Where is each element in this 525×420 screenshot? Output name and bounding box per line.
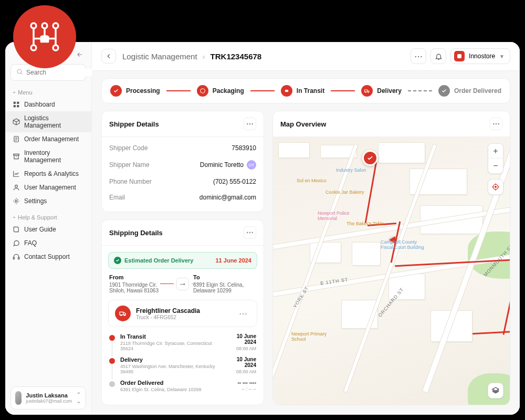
truck-icon [115,306,131,321]
more-button[interactable]: ⋯ [411,48,426,64]
grid-icon [13,101,20,108]
map-zoom-in-button[interactable]: + [488,144,503,159]
svg-rect-12 [14,154,19,155]
svg-point-1 [42,23,47,28]
shipper-code: 7583910 [232,144,256,152]
step-processing: Processing [110,85,160,97]
user-email: justinlak07@mail.com [26,398,72,404]
main-content: Logistic Management › TRK12345678 ⋯ Inno… [92,42,520,415]
svg-rect-8 [17,102,19,104]
svg-point-19 [365,92,366,93]
sidebar-item-orders[interactable]: Order Management [5,132,91,146]
sidebar-item-dashboard[interactable]: Dashboard [5,98,91,111]
to-addr2: Delaware 10299 [193,288,256,293]
sidebar-item-faq[interactable]: FAQ [5,236,91,250]
sidebar-item-contact[interactable]: Contact Support [5,250,91,264]
check-circle-icon [114,257,121,264]
svg-point-2 [53,23,58,28]
shipment-timeline: In Transit2118 Thornridge Cir. Syracuse,… [102,333,264,405]
vehicle-card: Freightliner Cascadia Truck - 4FRG652 ⋯ [108,300,257,327]
svg-rect-7 [14,102,16,104]
svg-point-0 [31,23,36,28]
sidebar-item-users[interactable]: User Management [5,181,91,194]
svg-rect-15 [13,257,14,259]
nav-label: User Guide [24,226,56,233]
map-poi: Industry Salon [336,167,366,173]
svg-point-14 [15,200,17,202]
svg-point-4 [53,45,58,50]
svg-point-20 [368,92,369,93]
nav-label: Dashboard [24,101,55,108]
box-icon [13,118,20,125]
help-section-header: Help & Support [5,212,91,223]
chevron-down-icon: ▼ [499,54,505,59]
timeline-item: Order Delivered6391 Elgin St. Celina, De… [109,380,256,397]
card-title: Shipping Details [109,229,163,237]
workspace-switcher[interactable]: Innostore ▼ [450,48,510,64]
from-addr2: Shiloh, Hawaii 81063 [109,288,172,293]
shipper-name: Dominic Toretto [200,161,244,169]
step-packaging: Packaging [197,85,244,97]
clipboard-icon [13,135,20,143]
to-label: To [193,274,256,280]
chart-icon [13,170,20,177]
notifications-button[interactable] [430,48,446,64]
menu-section-header: Menu [5,87,91,98]
check-icon [438,85,450,97]
svg-point-6 [17,69,22,74]
vehicle-more-button[interactable]: ⋯ [236,307,250,321]
shipper-phone: (702) 555-0122 [213,178,256,185]
sidebar-item-logistics[interactable]: Logistics Management [5,111,91,132]
route-direction-icon: → [176,278,189,290]
card-more-button[interactable]: ⋯ [244,226,256,239]
timeline-dot-icon [109,381,115,387]
user-name: Justin Laksana [26,392,72,398]
sidebar-collapse-button[interactable] [75,49,85,60]
timeline-dot-icon [109,358,115,364]
gear-icon [13,197,20,205]
back-button[interactable] [101,49,116,64]
nav-label: Contact Support [24,253,70,260]
map-poi: Newport Primary School [291,331,328,342]
map-overview-card: Map Overview ⋯ [272,111,510,405]
estimated-delivery-banner: Estimated Order Delivery 11 June 2024 [108,252,257,269]
user-card[interactable]: Justin Laksana justinlak07@mail.com ⌃⌄ [10,386,86,410]
map-destination-pin[interactable] [362,150,378,166]
svg-point-25 [495,186,497,188]
map-locate-button[interactable] [488,179,503,195]
nav-label: Reports & Analytics [24,170,79,177]
progress-stepper: Processing Packaging In Transit Delivery… [101,78,510,103]
topbar: Logistic Management › TRK12345678 ⋯ Inno… [92,42,520,71]
svg-rect-16 [18,257,19,259]
headset-icon [13,253,20,260]
check-icon [110,85,122,97]
map-zoom-control: + − [488,143,503,174]
vehicle-sub: Truck - 4FRG652 [136,314,200,320]
map-layers-button[interactable] [488,383,503,398]
user-icon [13,184,20,191]
sidebar-item-user-guide[interactable]: User Guide [5,223,91,236]
sidebar-item-settings[interactable]: Settings [5,194,91,208]
from-addr1: 1901 Thornridge Cir. [109,282,172,288]
step-delivery: Delivery [361,85,402,97]
map-zoom-out-button[interactable]: − [488,159,503,173]
card-more-button[interactable]: ⋯ [490,118,502,130]
timeline-item: Delivery4517 Washington Ave. Manchester,… [109,356,256,380]
map-poi: Sol en Mexico [297,178,327,183]
map-canvas[interactable]: Industry Salon Sol en Mexico Cookie Jar … [273,137,510,405]
sidebar-item-inventory[interactable]: Inventory Management [5,146,91,167]
from-label: From [109,274,172,280]
breadcrumb-parent[interactable]: Logistic Management [122,52,197,61]
card-more-button[interactable]: ⋯ [244,118,256,130]
card-title: Shipper Details [109,120,159,128]
message-icon [13,239,20,247]
svg-point-23 [124,314,125,316]
sidebar: Menu Dashboard Logistics Management Orde… [5,42,92,415]
workspace-name: Innostore [469,52,495,60]
brand-badge [13,5,76,68]
sidebar-item-reports[interactable]: Reports & Analytics [5,167,91,181]
workspace-logo-icon [454,51,465,61]
nav-label: Inventory Management [24,149,84,164]
shipping-details-card: Shipping Details ⋯ Estimated Order Deliv… [101,219,264,405]
step-transit: In Transit [281,85,324,97]
